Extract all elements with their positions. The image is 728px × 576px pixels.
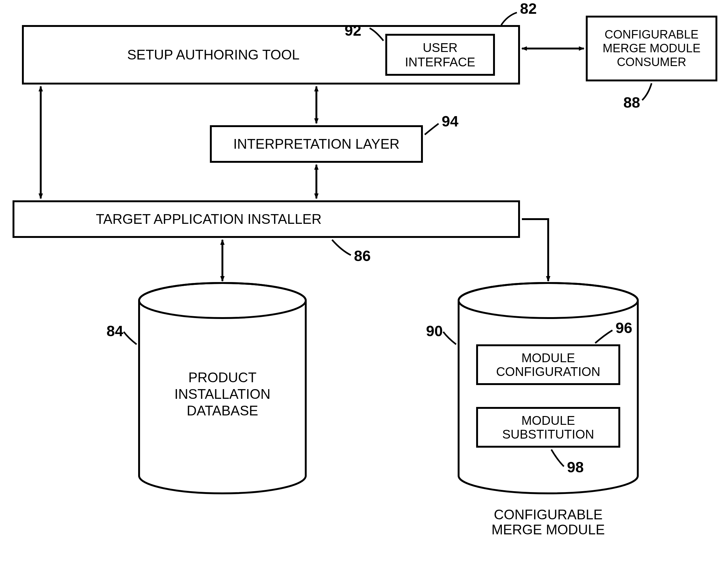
ref-88: 88 [623,94,640,111]
ref-84: 84 [107,322,123,340]
ref-98: 98 [567,459,584,476]
ref-92: 92 [345,22,361,39]
connectors [0,0,728,576]
ref-86: 86 [354,247,371,264]
ref-96: 96 [616,319,632,337]
ref-94: 94 [442,113,458,130]
ref-82: 82 [520,0,537,17]
diagram-canvas: SETUP AUTHORING TOOL USERINTERFACE CONFI… [0,0,728,576]
ref-90: 90 [426,322,442,340]
